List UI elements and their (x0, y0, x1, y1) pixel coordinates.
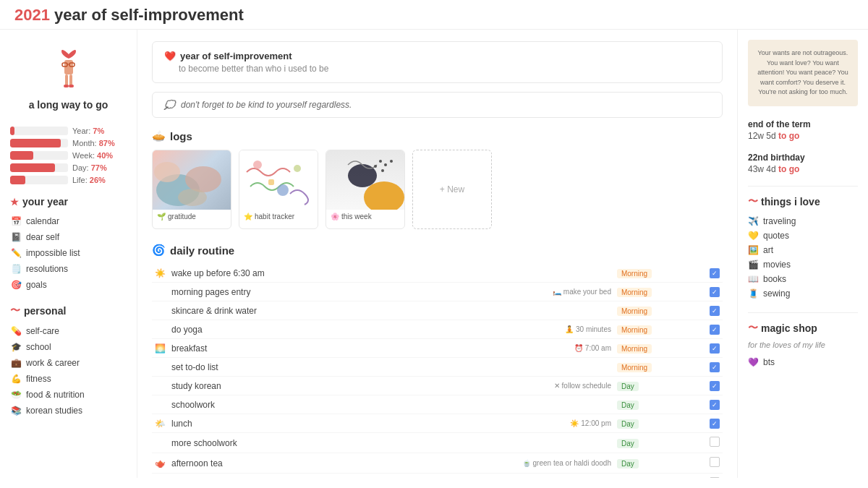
sidebar-item-calendar[interactable]: 📅 calendar (10, 213, 127, 229)
log-card-this-week[interactable]: 🌸 this week (326, 150, 405, 229)
routine-checkbox[interactable]: ✓ (707, 414, 723, 433)
nav-label-goals: goals (26, 280, 47, 290)
countdown-value: 43w 4d to go (748, 164, 858, 174)
things-item[interactable]: 🎬movies (748, 257, 858, 272)
routine-icon: 🌀 (152, 244, 166, 257)
routine-tag: Morning (614, 320, 707, 339)
checkbox-checked-icon[interactable]: ✓ (710, 268, 720, 278)
sidebar-item-school[interactable]: 🎓 school (10, 339, 127, 355)
checkbox-checked-icon[interactable]: ✓ (710, 306, 720, 316)
progress-day: Day: 77% (10, 163, 127, 172)
routine-note: ✕ follow schedule (394, 377, 614, 395)
countdown-block: 22nd birthday 43w 4d to go (748, 153, 858, 174)
routine-note (394, 395, 614, 414)
routine-tag: Day (614, 414, 707, 433)
routine-note: ☀️ 12:00 pm (394, 414, 614, 433)
sidebar-item-korean-studies[interactable]: 📚 korean studies (10, 403, 127, 419)
routine-checkbox[interactable]: ✓ (707, 358, 723, 377)
checkbox-unchecked[interactable] (710, 477, 720, 478)
progress-year: Year: 7% (10, 127, 127, 135)
routine-row-icon (152, 433, 169, 453)
impossible-list-icon: ✏️ (10, 247, 22, 259)
star-icon: ★ (10, 197, 19, 207)
things-item[interactable]: 📖books (748, 272, 858, 286)
log-card-gratitude[interactable]: 🌱 gratitude (152, 150, 231, 229)
table-row: 🫖 afternoon tea 🍵 green tea or haldi doo… (152, 453, 723, 474)
sidebar-item-impossible-list[interactable]: ✏️ impossible list (10, 245, 127, 261)
checkbox-checked-icon[interactable]: ✓ (710, 419, 720, 429)
things-i-love-heading: 〜 things i love (748, 195, 858, 208)
things-item[interactable]: 🧵sewing (748, 286, 858, 301)
sidebar-item-dear-self[interactable]: 📓 dear self (10, 229, 127, 245)
things-item[interactable]: 💛quotes (748, 228, 858, 243)
routine-task-name: set to-do list (169, 358, 394, 377)
sidebar-item-food-nutrition[interactable]: 🥗 food & nutrition (10, 387, 127, 403)
svg-rect-4 (65, 74, 68, 86)
center-content: ❤️ year of self-improvement to become be… (137, 30, 738, 478)
pie-chart-icon: 🥧 (152, 129, 166, 142)
table-row: set to-do list Morning ✓ (152, 358, 723, 377)
routine-checkbox[interactable]: ✓ (707, 395, 723, 414)
sidebar-item-goals[interactable]: 🎯 goals (10, 277, 127, 293)
things-i-love-list: ✈️traveling💛quotes🖼️art🎬movies📖books🧵sew… (748, 214, 858, 301)
routine-task-name: lunch (169, 414, 394, 433)
checkbox-unchecked[interactable] (710, 457, 720, 467)
routine-checkbox[interactable] (707, 453, 723, 474)
routine-checkbox[interactable]: ✓ (707, 283, 723, 301)
svg-point-9 (185, 166, 221, 192)
routine-task-name: afternoon tea (169, 453, 394, 474)
log-card-habit-tracker[interactable]: ⭐ habit tracker (239, 150, 318, 229)
checkbox-unchecked[interactable] (710, 437, 720, 447)
progress-bar-bg-day (10, 163, 68, 172)
svg-rect-15 (268, 179, 274, 185)
nav-label-korean-studies: korean studies (26, 406, 82, 416)
nav-label-school: school (26, 342, 51, 352)
magic-item-label: bts (763, 357, 775, 367)
routine-row-icon: 🌤️ (152, 414, 169, 433)
things-item-icon: ✈️ (748, 216, 759, 226)
routine-section-title: 🌀 daily routine (152, 244, 723, 257)
countdown-suffix: to go (778, 131, 799, 141)
sidebar-item-work-career[interactable]: 💼 work & career (10, 355, 127, 371)
checkbox-checked-icon[interactable]: ✓ (710, 287, 720, 297)
svg-point-16 (364, 181, 404, 210)
sidebar-item-resolutions[interactable]: 🗒️ resolutions (10, 261, 127, 277)
year-highlight: 2021 (14, 6, 50, 24)
checkbox-checked-icon[interactable]: ✓ (710, 362, 720, 372)
nav-label-impossible-list: impossible list (26, 248, 80, 258)
routine-tag: Day (614, 395, 707, 414)
things-item[interactable]: ✈️traveling (748, 214, 858, 228)
progress-bar-bg-life (10, 176, 68, 184)
routine-checkbox[interactable]: ✓ (707, 320, 723, 339)
checkbox-checked-icon[interactable]: ✓ (710, 343, 720, 354)
things-item-label: movies (763, 260, 791, 270)
goal-subtitle: to become better than who i used to be (164, 64, 710, 74)
sidebar-item-self-care[interactable]: 💊 self-care (10, 323, 127, 339)
routine-task-name: do yoga (169, 320, 394, 339)
page-title: 2021 year of self-improvement (14, 6, 854, 25)
svg-point-11 (154, 162, 180, 182)
routine-checkbox[interactable]: ✓ (707, 264, 723, 283)
checkbox-checked-icon[interactable]: ✓ (710, 400, 720, 410)
routine-note (394, 301, 614, 320)
quote-card: Your wants are not outrageous. You want … (748, 40, 858, 106)
things-item[interactable]: 🖼️art (748, 243, 858, 257)
log-card-new[interactable]: + New (412, 150, 492, 229)
progress-month: Month: 87% (10, 139, 127, 147)
sidebar-item-fitness[interactable]: 💪 fitness (10, 371, 127, 387)
routine-checkbox[interactable]: ✓ (707, 377, 723, 395)
progress-label-week: Week: 40% (72, 151, 113, 160)
new-log-label: + New (440, 184, 464, 194)
routine-checkbox[interactable] (707, 433, 723, 453)
routine-task-name: wake up before 6:30 am (169, 264, 394, 283)
checkbox-checked-icon[interactable]: ✓ (710, 381, 720, 391)
routine-row-icon (152, 377, 169, 395)
routine-checkbox[interactable] (707, 474, 723, 479)
magic-shop-item[interactable]: 💜bts (748, 355, 858, 369)
routine-checkbox[interactable]: ✓ (707, 301, 723, 320)
checkbox-checked-icon[interactable]: ✓ (710, 325, 720, 335)
routine-row-icon (152, 395, 169, 414)
routine-row-icon (152, 474, 169, 479)
table-row: study korean ✕ follow schedule Day ✓ (152, 377, 723, 395)
routine-checkbox[interactable]: ✓ (707, 339, 723, 358)
